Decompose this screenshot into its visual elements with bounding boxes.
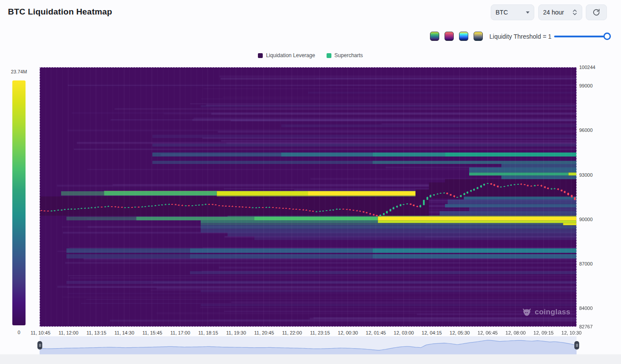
navigator-left-handle[interactable] — [37, 341, 42, 349]
x-tick-label: 11, 10:45 — [30, 330, 50, 335]
liquidation-heatmap-page: BTC Liquidation Heatmap BTC 24 hour Liqu… — [0, 0, 621, 364]
x-tick-label: 11, 13:15 — [86, 330, 106, 335]
x-tick-label: 12, 06:45 — [478, 330, 498, 335]
x-tick-label: 12, 08:00 — [506, 330, 526, 335]
y-tick-label: 99000 — [579, 83, 593, 88]
range-navigator[interactable] — [40, 336, 577, 354]
slider-handle[interactable] — [603, 33, 611, 40]
chart-legend: Liquidation Leverage Supercharts — [0, 52, 621, 58]
liquidity-threshold-label: Liquidity Threshold = 1 — [489, 33, 551, 40]
symbol-select[interactable]: BTC — [491, 4, 534, 20]
colorbar-min-label: 0 — [4, 330, 34, 335]
colorbar-gradient — [12, 80, 26, 325]
x-tick-label: 11, 20:45 — [254, 330, 274, 335]
legend-swatch-purple — [258, 53, 263, 58]
green-purple-palette-button[interactable] — [430, 32, 439, 41]
legend-label: Supercharts — [334, 52, 363, 58]
legend-swatch-green — [327, 53, 331, 58]
palette-row — [430, 32, 483, 41]
heatmap-plot-area[interactable]: coinglass — [40, 67, 577, 327]
chevron-down-icon — [526, 11, 529, 14]
x-tick-label: 12, 03:00 — [394, 330, 414, 335]
x-tick-label: 11, 18:15 — [198, 330, 218, 335]
legend-label: Liquidation Leverage — [266, 52, 315, 58]
legend-item-liquidation-leverage[interactable]: Liquidation Leverage — [258, 52, 315, 58]
y-tick-label: 82767 — [579, 324, 593, 329]
navigator-canvas[interactable] — [40, 336, 577, 354]
y-tick-label: 87000 — [579, 261, 593, 266]
refresh-button[interactable] — [586, 4, 607, 20]
y-tick-label: 84000 — [579, 306, 593, 311]
y-tick-label: 100244 — [579, 65, 595, 70]
interval-select-value: 24 hour — [543, 9, 564, 16]
colorbar-max-label: 23.74M — [4, 69, 34, 74]
x-tick-label: 12, 05:30 — [450, 330, 470, 335]
x-tick-label: 12, 01:45 — [366, 330, 386, 335]
red-purple-palette-button[interactable] — [445, 32, 454, 41]
liquidity-threshold-slider[interactable] — [554, 36, 610, 37]
y-tick-label: 93000 — [579, 172, 593, 178]
y-tick-label: 90000 — [579, 217, 593, 222]
x-tick-label: 12, 09:15 — [533, 330, 554, 335]
x-tick-label: 11, 17:00 — [170, 330, 190, 335]
x-tick-label: 11, 14:30 — [114, 330, 134, 335]
x-tick-label: 12, 04:15 — [422, 330, 442, 335]
interval-select[interactable]: 24 hour — [538, 4, 582, 20]
symbol-select-value: BTC — [496, 9, 508, 16]
blue-palette-button[interactable] — [459, 32, 468, 41]
y-tick-label: 96000 — [579, 127, 593, 133]
x-tick-label: 11, 15:45 — [142, 330, 162, 335]
chevron-up-down-icon — [572, 9, 577, 16]
legend-item-supercharts[interactable]: Supercharts — [327, 52, 363, 58]
bottom-strip — [0, 354, 621, 364]
x-tick-label: 11, 22:00 — [282, 330, 302, 335]
x-tick-label: 11, 12:00 — [59, 330, 78, 335]
x-tick-label: 12, 10:30 — [562, 330, 582, 335]
x-tick-label: 11, 19:30 — [226, 330, 246, 335]
navigator-right-handle[interactable] — [574, 341, 579, 349]
refresh-icon — [592, 8, 600, 16]
x-tick-label: 11, 23:15 — [310, 330, 330, 335]
page-title: BTC Liquidation Heatmap — [8, 7, 112, 17]
x-tick-label: 12, 00:30 — [338, 330, 358, 335]
liquidation-heatmap-canvas[interactable] — [40, 67, 577, 327]
yellow-gray-palette-button[interactable] — [474, 32, 483, 41]
